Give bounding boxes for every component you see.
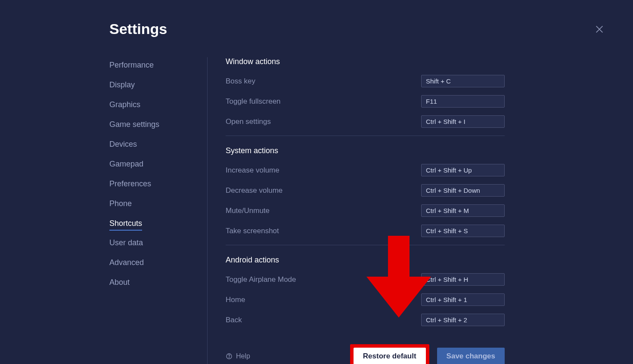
row-decrease-volume: Decrease volume Ctrl + Shift + Down xyxy=(226,184,505,197)
row-label: Decrease volume xyxy=(226,186,282,195)
row-label: Boss key xyxy=(226,77,255,86)
hotkey-input-boss-key[interactable]: Shift + C xyxy=(421,75,505,87)
shortcuts-panel: Window actions Boss key Shift + C Toggle… xyxy=(208,57,505,364)
hotkey-input-toggle-airplane[interactable]: Ctrl + Shift + H xyxy=(421,273,505,286)
row-label: Toggle Airplane Mode xyxy=(226,275,296,284)
help-link[interactable]: Help xyxy=(226,352,250,360)
sidebar-item-advanced[interactable]: Advanced xyxy=(109,255,144,270)
row-label: Home xyxy=(226,296,245,304)
row-boss-key: Boss key Shift + C xyxy=(226,75,505,87)
sidebar-item-display[interactable]: Display xyxy=(109,77,135,93)
row-toggle-airplane: Toggle Airplane Mode Ctrl + Shift + H xyxy=(226,273,505,286)
divider xyxy=(226,245,505,245)
group-title-system: System actions xyxy=(226,146,505,155)
hotkey-input-mute-unmute[interactable]: Ctrl + Shift + M xyxy=(421,204,505,217)
row-label: Back xyxy=(226,316,242,324)
row-back: Back Ctrl + Shift + 2 xyxy=(226,314,505,326)
close-icon xyxy=(595,25,604,34)
sidebar-item-user-data[interactable]: User data xyxy=(109,235,143,250)
restore-default-button[interactable]: Restore default xyxy=(354,348,426,364)
svg-point-3 xyxy=(229,358,230,358)
hotkey-input-home[interactable]: Ctrl + Shift + 1 xyxy=(421,293,505,306)
hotkey-input-back[interactable]: Ctrl + Shift + 2 xyxy=(421,314,505,326)
row-toggle-fullscreen: Toggle fullscreen F11 xyxy=(226,95,505,108)
sidebar-item-about[interactable]: About xyxy=(109,275,130,290)
group-title-android: Android actions xyxy=(226,256,505,265)
row-open-settings: Open settings Ctrl + Shift + I xyxy=(226,115,505,128)
sidebar-item-graphics[interactable]: Graphics xyxy=(109,97,140,112)
row-home: Home Ctrl + Shift + 1 xyxy=(226,293,505,306)
hotkey-input-increase-volume[interactable]: Ctrl + Shift + Up xyxy=(421,164,505,176)
hotkey-input-take-screenshot[interactable]: Ctrl + Shift + S xyxy=(421,225,505,237)
help-label: Help xyxy=(236,352,250,360)
sidebar-item-game-settings[interactable]: Game settings xyxy=(109,117,159,132)
hotkey-input-toggle-fullscreen[interactable]: F11 xyxy=(421,95,505,108)
page-title: Settings xyxy=(109,21,607,37)
sidebar-item-devices[interactable]: Devices xyxy=(109,136,137,152)
hotkey-input-open-settings[interactable]: Ctrl + Shift + I xyxy=(421,115,505,128)
sidebar-item-performance[interactable]: Performance xyxy=(109,57,154,73)
settings-sidebar: Performance Display Graphics Game settin… xyxy=(109,57,208,364)
help-icon xyxy=(226,353,233,360)
sidebar-item-gamepad[interactable]: Gamepad xyxy=(109,156,143,172)
row-increase-volume: Increase volume Ctrl + Shift + Up xyxy=(226,164,505,176)
save-changes-button[interactable]: Save changes xyxy=(437,348,505,364)
row-label: Take screenshot xyxy=(226,227,279,235)
row-label: Toggle fullscreen xyxy=(226,97,281,106)
group-title-window: Window actions xyxy=(226,57,505,66)
hotkey-input-decrease-volume[interactable]: Ctrl + Shift + Down xyxy=(421,184,505,197)
row-take-screenshot: Take screenshot Ctrl + Shift + S xyxy=(226,225,505,237)
row-label: Mute/Unmute xyxy=(226,207,270,215)
annotation-highlight: Restore default xyxy=(350,344,429,364)
sidebar-item-shortcuts[interactable]: Shortcuts xyxy=(109,216,142,231)
sidebar-item-preferences[interactable]: Preferences xyxy=(109,176,151,191)
divider xyxy=(226,136,505,136)
row-label: Increase volume xyxy=(226,166,279,175)
row-label: Open settings xyxy=(226,117,271,126)
sidebar-item-phone[interactable]: Phone xyxy=(109,196,132,211)
row-mute-unmute: Mute/Unmute Ctrl + Shift + M xyxy=(226,204,505,217)
close-button[interactable] xyxy=(593,23,605,35)
